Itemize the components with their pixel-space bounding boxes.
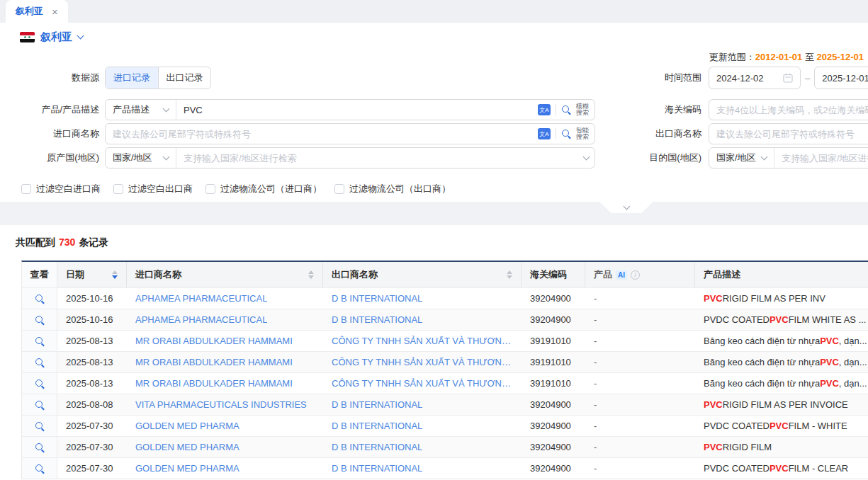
chevron-down-icon[interactable] [583, 153, 590, 160]
hs-code-input[interactable] [709, 100, 868, 120]
product-type-select[interactable]: 产品描述 [106, 100, 176, 120]
summary-suffix: 条记录 [79, 236, 108, 248]
importer-link[interactable]: MR ORABI ABDULKADER HAMMAMI [127, 373, 323, 394]
view-record-button[interactable] [22, 309, 57, 330]
view-search-icon[interactable] [35, 294, 45, 304]
importer-link[interactable]: MR ORABI ABDULKADER HAMMAMI [127, 352, 323, 372]
view-search-icon[interactable] [35, 315, 45, 325]
view-search-icon[interactable] [35, 442, 45, 452]
exporter-link[interactable]: CÔNG TY TNHH SẢN XUẤT VÀ THƯƠNG M... [323, 331, 522, 351]
hs-code-cell: 39204900 [522, 458, 585, 479]
product-cell: - [585, 352, 695, 372]
fuzzy-search-label[interactable]: 模糊搜索 [576, 103, 589, 116]
time-range-label: 时间范围 [616, 72, 701, 84]
filter-checkbox-row: 过滤空白进口商 过滤空白出口商 过滤物流公司（进口商） 过滤物流公司（出口商） [21, 183, 451, 195]
view-search-icon[interactable] [35, 421, 45, 431]
product-description-cell: Băng keo cách điện từ nhựa PVC, dạn... [695, 373, 868, 394]
exporter-link[interactable]: CÔNG TY TNHH SẢN XUẤT VÀ THƯƠNG M... [323, 373, 522, 394]
exporter-link[interactable]: D B INTERNATIONAL [323, 309, 522, 330]
chevron-down-icon[interactable] [77, 33, 84, 40]
importer-link[interactable]: APHAMEA PHARMACEUTICAL [127, 288, 323, 309]
fuzzy-search-icon[interactable] [561, 105, 571, 115]
exporter-name-input[interactable] [709, 124, 868, 144]
importer-link[interactable]: MR ORABI ABDULKADER HAMMAMI [127, 331, 323, 351]
view-record-button[interactable] [22, 331, 57, 351]
view-record-button[interactable] [22, 458, 57, 479]
product-cell: - [585, 373, 695, 394]
hs-code-cell: 39204900 [522, 416, 585, 436]
destination-country-input[interactable] [774, 148, 868, 168]
checkbox-filter-logistics-exporter[interactable]: 过滤物流公司（出口商） [334, 183, 451, 195]
view-search-icon[interactable] [35, 379, 45, 389]
view-search-icon[interactable] [35, 400, 45, 410]
info-icon[interactable]: i [631, 270, 640, 280]
origin-type-value: 国家/地区 [113, 152, 152, 164]
exporter-link[interactable]: CÔNG TY TNHH SẢN XUẤT VÀ THƯƠNG M... [323, 352, 522, 372]
tab-title: 叙利亚 [16, 5, 43, 18]
importer-link[interactable]: GOLDEN MED PHARMA [127, 416, 323, 436]
exporter-name-label: 出口商名称 [616, 127, 701, 140]
origin-country-input[interactable] [176, 148, 578, 168]
chevron-down-icon [163, 105, 170, 112]
product-description-cell: PVDC COATED PVC FILM - CLEAR [695, 458, 868, 479]
product-search-input[interactable] [176, 100, 532, 120]
translate-icon[interactable]: 文A [538, 128, 551, 139]
exporter-link[interactable]: D B INTERNATIONAL [323, 458, 522, 479]
view-record-button[interactable] [22, 352, 57, 372]
checkbox-icon[interactable] [334, 184, 344, 194]
importer-link[interactable]: APHAMEA PHARMACEUTICAL [127, 309, 323, 330]
exporter-link[interactable]: D B INTERNATIONAL [323, 394, 522, 415]
product-cell: - [585, 458, 695, 479]
column-header-exporter: 出口商名称 [323, 262, 522, 287]
sort-button-importer[interactable] [308, 270, 314, 279]
divider [556, 104, 556, 115]
sort-button-exporter[interactable] [507, 270, 512, 279]
checkbox-icon[interactable] [113, 184, 123, 194]
import-records-button[interactable]: 进口记录 [106, 67, 158, 88]
exporter-link[interactable]: D B INTERNATIONAL [323, 416, 522, 436]
start-date-input[interactable]: 2024-12-02 [709, 67, 801, 89]
view-record-button[interactable] [22, 437, 57, 457]
end-date-value: 2025-12-01 [822, 73, 868, 84]
export-records-button[interactable]: 出口记录 [158, 67, 210, 88]
column-header-view: 查看 [22, 262, 57, 287]
view-record-button[interactable] [22, 394, 57, 415]
calendar-icon[interactable] [783, 73, 793, 83]
collapse-panel-button[interactable] [599, 202, 653, 213]
country-selector[interactable]: 叙利亚 [20, 30, 83, 44]
update-range-start: 2012-01-01 [755, 52, 803, 62]
view-record-button[interactable] [22, 288, 57, 309]
view-record-button[interactable] [22, 416, 57, 436]
exporter-link[interactable]: D B INTERNATIONAL [323, 437, 522, 457]
checkbox-icon[interactable] [21, 184, 31, 194]
hs-code-cell: 39204900 [522, 309, 585, 330]
column-header-date: 日期 [57, 262, 127, 287]
sort-button-date[interactable] [112, 270, 118, 279]
results-summary: 共匹配到730条记录 [16, 236, 108, 249]
table-body: 2025-10-16APHAMEA PHARMACEUTICALD B INTE… [22, 287, 868, 479]
end-date-input[interactable]: 2025-12-01 [814, 67, 868, 89]
origin-type-select[interactable]: 国家/地区 [106, 148, 176, 168]
smart-search-label[interactable]: 智能搜索 [576, 127, 589, 140]
product-label: 产品/产品描述 [0, 103, 99, 116]
checkbox-icon[interactable] [205, 184, 215, 194]
view-search-icon[interactable] [35, 336, 45, 346]
product-cell: - [585, 416, 695, 436]
exporter-link[interactable]: D B INTERNATIONAL [323, 288, 522, 309]
checkbox-filter-logistics-importer[interactable]: 过滤物流公司（进口商） [205, 183, 322, 195]
tab-syria[interactable]: 叙利亚 × [6, 0, 68, 23]
translate-icon[interactable]: 文A [538, 104, 551, 115]
importer-link[interactable]: VITA PHARMACEUTICALS INDUSTRIES [127, 394, 323, 415]
destination-type-select[interactable]: 国家/地区 [709, 148, 774, 168]
view-search-icon[interactable] [35, 464, 45, 474]
checkbox-filter-blank-importer[interactable]: 过滤空白进口商 [21, 183, 101, 195]
checkbox-filter-blank-exporter[interactable]: 过滤空白出口商 [113, 183, 193, 195]
view-search-icon[interactable] [35, 358, 45, 367]
smart-search-icon[interactable] [561, 129, 571, 139]
view-record-button[interactable] [22, 373, 57, 394]
importer-link[interactable]: GOLDEN MED PHARMA [127, 458, 323, 479]
close-icon[interactable]: × [52, 6, 58, 17]
importer-link[interactable]: GOLDEN MED PHARMA [127, 437, 323, 457]
records-table: 查看 日期 进口商名称 出口商名称 海关编码 产品 AI i [21, 261, 868, 479]
importer-name-input[interactable] [106, 124, 532, 144]
